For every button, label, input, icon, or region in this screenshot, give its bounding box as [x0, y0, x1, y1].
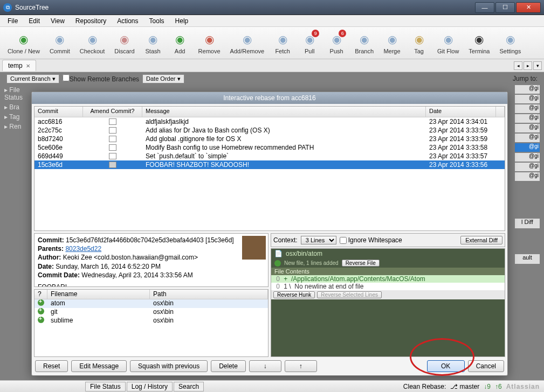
move-down-button[interactable]: ↓: [249, 360, 281, 372]
discard-icon: ◉: [117, 32, 132, 47]
toolbar-checkout[interactable]: ◉Checkout: [75, 30, 109, 57]
menu-repository[interactable]: Repository: [70, 16, 112, 26]
reverse-selected-button[interactable]: Reverse Selected Lines: [317, 291, 382, 298]
rebase-dialog: Interactive rebase from acc6816 Commit A…: [31, 92, 508, 376]
tag-item[interactable]: @gi: [515, 172, 540, 181]
table-row[interactable]: acc6816aldfjalskfjaslkjd23 Apr 2014 3:34…: [35, 117, 505, 126]
toolbar-fetch[interactable]: ◉Fetch: [270, 30, 295, 57]
current-branch-drop[interactable]: Current Branch ▾: [6, 74, 59, 83]
table-row[interactable]: 669d449Set `push.default` to `simple`23 …: [35, 152, 505, 160]
parent-link[interactable]: 8023de5d22: [65, 245, 101, 253]
toolbar-settings[interactable]: ◉Settings: [495, 30, 525, 57]
show-remote-check[interactable]: Show Remote Branches: [63, 74, 139, 83]
tag-item[interactable]: @gi: [515, 95, 540, 103]
menu-tools[interactable]: Tools: [144, 16, 170, 26]
menu-file[interactable]: File: [2, 16, 23, 26]
table-row[interactable]: 2c2c75cAdd alias for Dr Java to Bash con…: [35, 126, 505, 135]
tab-next-button[interactable]: ▸: [524, 61, 532, 70]
col-amend[interactable]: Amend Commit?: [83, 107, 142, 117]
sidebar-item[interactable]: ▸ Tag: [4, 112, 30, 122]
ignore-ws-check[interactable]: Ignore Whitespace: [340, 236, 402, 244]
tab-list-button[interactable]: ▾: [533, 61, 542, 70]
table-row[interactable]: 5ce606eModify Bash config to use Homebre…: [35, 143, 505, 152]
plus-icon: [38, 308, 44, 314]
badge: 6: [339, 30, 346, 37]
toolbar-commit[interactable]: ◉Commit: [45, 30, 74, 57]
col-path[interactable]: Path: [150, 290, 268, 299]
table-row[interactable]: 15c3e6dFOOBAR! SHAZBOT! SKADOOSH!23 Apr …: [35, 160, 505, 169]
context-select[interactable]: 3 Lines: [301, 236, 336, 244]
ok-button[interactable]: OK: [427, 360, 465, 372]
diff-toolbar: Context: 3 Lines Ignore Whitespace Exter…: [271, 233, 505, 247]
toolbar-merge[interactable]: ◉Merge: [379, 30, 405, 57]
toolbar-termina[interactable]: ◉Termina: [464, 30, 494, 57]
search-tab[interactable]: Search: [174, 382, 204, 391]
toolbar-add[interactable]: ◉Add: [167, 30, 193, 57]
tag-item[interactable]: @gi: [515, 163, 540, 171]
dialog-buttons: Reset Edit Message Squash with previous …: [32, 357, 507, 375]
amend-check[interactable]: [109, 144, 116, 151]
file-status-tab[interactable]: File Status: [85, 382, 126, 391]
col-commit[interactable]: Commit: [35, 107, 83, 117]
tag-item[interactable]: @gi: [515, 153, 540, 162]
close-icon[interactable]: ✕: [26, 63, 30, 69]
tag-item[interactable]: @gi: [515, 143, 540, 152]
squash-button[interactable]: Squash with previous: [130, 360, 208, 372]
list-item[interactable]: sublimeosx\bin: [35, 317, 268, 325]
tag-item[interactable]: @gi: [515, 124, 540, 132]
date-order-drop[interactable]: Date Order ▾: [142, 74, 184, 83]
tag-item[interactable]: @gi: [515, 104, 540, 113]
repo-tab[interactable]: temp ✕: [2, 60, 36, 71]
tab-prev-button[interactable]: ◂: [514, 61, 522, 70]
amend-check[interactable]: [109, 162, 116, 168]
reverse-hunk-button[interactable]: Reverse Hunk: [273, 291, 315, 298]
table-row[interactable]: b8d7240Add global .gitignore file for OS…: [35, 135, 505, 143]
tag-item[interactable]: @gi: [515, 85, 540, 94]
tag-item[interactable]: @gi: [515, 114, 540, 123]
sidebar-item[interactable]: ▸ Ren: [4, 122, 30, 131]
cancel-button[interactable]: Cancel: [468, 360, 504, 372]
toolbar-discard[interactable]: ◉Discard: [110, 30, 139, 57]
toolbar-pull[interactable]: ◉9Pull: [297, 30, 322, 57]
amend-check[interactable]: [109, 136, 116, 142]
commit-grid[interactable]: Commit Amend Commit? Message Date acc681…: [34, 106, 505, 231]
commit-info: Commit: 15c3e6d76fd2fa4466b08c7042e5d3eb…: [34, 233, 268, 287]
minimize-button[interactable]: —: [475, 2, 494, 13]
list-item[interactable]: gitosx\bin: [35, 308, 268, 317]
sidebar-item[interactable]: ▸ Bra: [4, 102, 30, 112]
menu-edit[interactable]: Edit: [23, 16, 45, 26]
reverse-file-button[interactable]: Reverse File: [342, 260, 380, 267]
reset-button[interactable]: Reset: [35, 360, 68, 372]
toolbar-add-remove[interactable]: ◉Add/Remove: [226, 30, 269, 57]
external-diff-button[interactable]: External Diff: [460, 236, 502, 244]
toolbar-clone-new[interactable]: ◉Clone / New: [3, 30, 44, 57]
toolbar-branch[interactable]: ◉Branch: [350, 30, 378, 57]
col-q[interactable]: ?: [35, 290, 47, 299]
sidebar-item[interactable]: ▸ File Status: [4, 85, 30, 102]
toolbar-remove[interactable]: ◉Remove: [194, 30, 225, 57]
toolbar-git-flow[interactable]: ◉Git Flow: [433, 30, 463, 57]
toolbar-tag[interactable]: ◉Tag: [406, 30, 432, 57]
maximize-button[interactable]: ☐: [495, 2, 515, 13]
branch-indicator[interactable]: ⎇ master: [450, 383, 479, 390]
menu-actions[interactable]: Actions: [112, 16, 143, 26]
move-up-button[interactable]: ↑: [285, 360, 317, 372]
file-list[interactable]: ? Filename Path atomosx\bingitosx\binsub…: [34, 289, 268, 357]
delete-button[interactable]: Delete: [211, 360, 246, 372]
col-message[interactable]: Message: [142, 107, 426, 117]
amend-check[interactable]: [109, 127, 116, 134]
amend-check[interactable]: [109, 153, 116, 159]
list-item[interactable]: atomosx\bin: [35, 299, 268, 308]
col-date[interactable]: Date: [426, 107, 496, 117]
log-history-tab[interactable]: Log / History: [127, 382, 173, 391]
menu-help[interactable]: Help: [170, 16, 194, 26]
toolbar-push[interactable]: ◉6Push: [323, 30, 349, 57]
col-filename[interactable]: Filename: [47, 290, 150, 299]
gitflow-icon: ◉: [440, 32, 456, 47]
close-button[interactable]: ✕: [516, 2, 541, 13]
menu-view[interactable]: View: [45, 16, 70, 26]
edit-message-button[interactable]: Edit Message: [71, 360, 127, 372]
tag-item[interactable]: @gi: [515, 134, 540, 142]
toolbar-stash[interactable]: ◉Stash: [140, 30, 166, 57]
amend-check[interactable]: [109, 118, 116, 125]
